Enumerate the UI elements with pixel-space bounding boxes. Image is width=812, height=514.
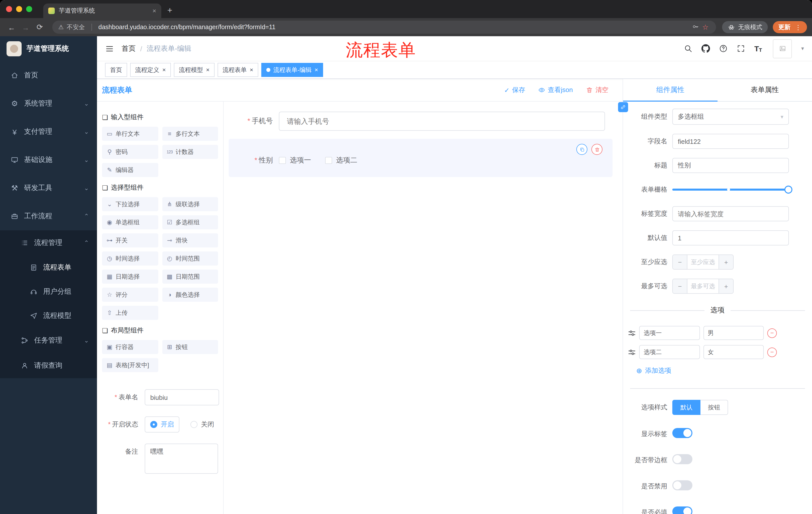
copy-widget-button[interactable] bbox=[576, 144, 587, 155]
delete-widget-button[interactable] bbox=[591, 144, 603, 155]
border-toggle[interactable] bbox=[672, 454, 692, 464]
browser-menu-icon[interactable]: ⋮ bbox=[795, 23, 802, 31]
add-option-button[interactable]: ⊕ 添加选项 bbox=[636, 366, 812, 375]
remove-option-button[interactable]: − bbox=[767, 347, 777, 357]
breadcrumb-home[interactable]: 首页 bbox=[122, 44, 136, 53]
selected-form-item-gender[interactable]: *性别 选项一 选项二 bbox=[229, 139, 612, 177]
option-label-input[interactable] bbox=[639, 345, 700, 359]
sidebar-item-workflow[interactable]: 工作流程 ⌃ bbox=[0, 202, 97, 231]
sidebar-item-process-model[interactable]: 流程模型 bbox=[0, 304, 97, 328]
default-value-input[interactable] bbox=[672, 231, 789, 245]
bookmark-star-icon[interactable]: ☆ bbox=[702, 23, 708, 31]
title-input[interactable] bbox=[672, 158, 789, 173]
palette-item-time-range[interactable]: ◴时间范围 bbox=[162, 251, 218, 266]
style-default-button[interactable]: 默认 bbox=[672, 400, 700, 415]
palette-item-row-container[interactable]: ▣行容器 bbox=[102, 340, 158, 354]
incognito-badge[interactable]: 无痕模式 bbox=[722, 21, 768, 33]
gender-option-1-checkbox[interactable]: 选项一 bbox=[279, 156, 311, 165]
sidebar-item-payment[interactable]: ¥ 支付管理 ⌄ bbox=[0, 118, 97, 146]
palette-item-multi-line-text[interactable]: ≡多行文本 bbox=[162, 127, 218, 141]
style-button-button[interactable]: 按钮 bbox=[700, 400, 728, 415]
close-window-button[interactable] bbox=[6, 6, 12, 12]
form-item-phone[interactable]: *手机号 bbox=[229, 112, 612, 131]
sidebar-item-home[interactable]: 首页 bbox=[0, 61, 97, 89]
hamburger-icon[interactable] bbox=[105, 44, 114, 53]
status-on-radio[interactable]: 开启 bbox=[145, 416, 179, 433]
palette-item-select[interactable]: ⌄下拉选择 bbox=[102, 197, 158, 211]
tag-process-model[interactable]: 流程模型 × bbox=[174, 63, 214, 77]
password-key-icon[interactable] bbox=[692, 23, 699, 31]
search-icon[interactable] bbox=[684, 44, 692, 53]
tab-close-icon[interactable]: × bbox=[152, 7, 156, 15]
option-value-input[interactable] bbox=[703, 345, 764, 359]
zoom-window-button[interactable] bbox=[26, 6, 32, 12]
form-grid-slider[interactable] bbox=[672, 182, 789, 197]
stepper-plus-button[interactable]: + bbox=[719, 279, 733, 293]
field-name-input[interactable] bbox=[672, 134, 789, 149]
browser-update-button[interactable]: 更新 ⋮ bbox=[773, 21, 807, 33]
tag-close-icon[interactable]: × bbox=[162, 66, 166, 74]
tag-process-form[interactable]: 流程表单 × bbox=[218, 63, 258, 77]
palette-item-radio-group[interactable]: ◉单选框组 bbox=[102, 215, 158, 229]
sidebar-item-leave-query[interactable]: 请假查询 bbox=[0, 353, 97, 378]
form-name-input[interactable] bbox=[145, 389, 219, 405]
sidebar-item-infrastructure[interactable]: 基础设施 ⌄ bbox=[0, 146, 97, 174]
stepper-minus-button[interactable]: − bbox=[673, 255, 687, 269]
tag-home[interactable]: 首页 bbox=[105, 63, 127, 77]
sidebar-item-process-form[interactable]: 流程表单 bbox=[0, 255, 97, 280]
show-label-toggle[interactable] bbox=[672, 428, 692, 438]
font-size-icon[interactable]: TT bbox=[754, 44, 762, 53]
tab-form-props[interactable]: 表单属性 bbox=[718, 79, 812, 101]
phone-input[interactable] bbox=[279, 112, 605, 131]
status-off-radio[interactable]: 关闭 bbox=[191, 420, 214, 429]
sidebar-item-process-management[interactable]: 流程管理 ⌃ bbox=[0, 231, 97, 255]
palette-item-upload[interactable]: ⇧上传 bbox=[102, 306, 158, 320]
drag-handle-icon[interactable] bbox=[628, 329, 636, 337]
fullscreen-icon[interactable] bbox=[736, 44, 745, 53]
sidebar-item-task-management[interactable]: 任务管理 ⌄ bbox=[0, 328, 97, 353]
tag-close-icon[interactable]: × bbox=[206, 66, 209, 74]
tag-close-icon[interactable]: × bbox=[250, 66, 253, 74]
browser-tab[interactable]: 芋道管理系统 × bbox=[43, 3, 161, 18]
palette-item-time-picker[interactable]: ◷时间选择 bbox=[102, 251, 158, 266]
avatar-caret-icon[interactable]: ▾ bbox=[801, 45, 804, 52]
avatar[interactable] bbox=[773, 39, 792, 58]
palette-item-switch[interactable]: ⊶开关 bbox=[102, 233, 158, 247]
palette-item-table[interactable]: ▤表格[开发中] bbox=[102, 358, 158, 372]
tag-process-form-edit[interactable]: 流程表单-编辑 × bbox=[261, 63, 323, 77]
new-tab-button[interactable]: + bbox=[167, 5, 172, 16]
remark-textarea[interactable]: 嘿嘿 bbox=[145, 443, 218, 474]
required-toggle[interactable] bbox=[672, 507, 692, 514]
stepper-minus-button[interactable]: − bbox=[673, 279, 687, 293]
drag-handle-icon[interactable] bbox=[628, 348, 636, 356]
palette-item-date-picker[interactable]: ▦日期选择 bbox=[102, 270, 158, 283]
view-json-button[interactable]: 查看json bbox=[538, 85, 573, 94]
link-badge[interactable] bbox=[618, 102, 628, 112]
palette-item-checkbox-group[interactable]: ☑多选框组 bbox=[162, 215, 218, 229]
address-bar[interactable]: ⚠ 不安全 dashboard.yudao.iocoder.cn/bpm/man… bbox=[52, 21, 716, 34]
palette-item-counter[interactable]: 123计数器 bbox=[162, 145, 218, 159]
help-icon[interactable] bbox=[719, 44, 728, 53]
remove-option-button[interactable]: − bbox=[767, 328, 777, 338]
slider-handle[interactable] bbox=[784, 186, 792, 194]
github-icon[interactable] bbox=[701, 44, 710, 53]
back-icon[interactable]: ← bbox=[5, 21, 18, 34]
gender-option-2-checkbox[interactable]: 选项二 bbox=[325, 156, 357, 165]
option-label-input[interactable] bbox=[639, 326, 700, 340]
forward-icon[interactable]: → bbox=[19, 21, 32, 34]
palette-item-rate[interactable]: ☆评分 bbox=[102, 288, 158, 302]
palette-item-password[interactable]: ⚲密码 bbox=[102, 145, 158, 159]
tag-close-icon[interactable]: × bbox=[315, 66, 318, 74]
minimize-window-button[interactable] bbox=[16, 6, 22, 12]
tab-component-props[interactable]: 组件属性 bbox=[623, 79, 718, 101]
palette-item-cascader[interactable]: ⋔级联选择 bbox=[162, 197, 218, 211]
form-canvas[interactable]: *手机号 *性别 bbox=[224, 102, 622, 514]
palette-item-date-range[interactable]: ▩日期范围 bbox=[162, 270, 218, 283]
save-button[interactable]: ✓ 保存 bbox=[504, 85, 525, 94]
stepper-plus-button[interactable]: + bbox=[719, 255, 733, 269]
label-width-input[interactable] bbox=[672, 206, 789, 221]
tag-process-definition[interactable]: 流程定义 × bbox=[130, 63, 171, 77]
component-type-select[interactable]: 多选框组▾ bbox=[672, 109, 789, 125]
palette-item-slider[interactable]: ⊸滑块 bbox=[162, 233, 218, 247]
sidebar-item-user-group[interactable]: 用户分组 bbox=[0, 280, 97, 304]
